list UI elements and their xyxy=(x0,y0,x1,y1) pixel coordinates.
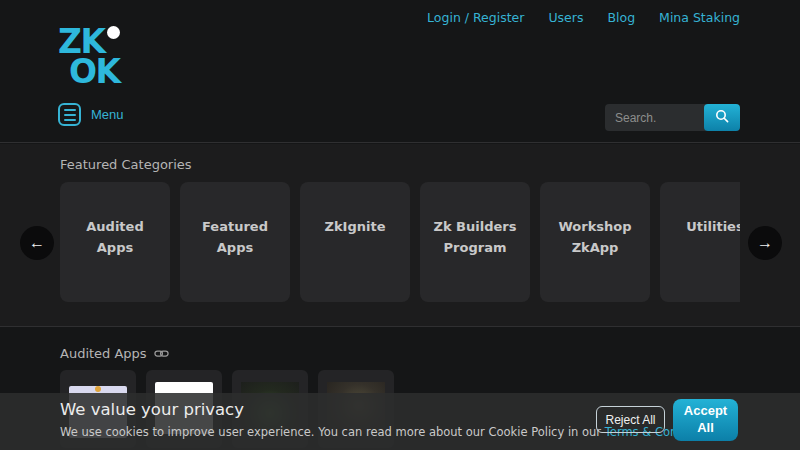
zkok-logo[interactable]: ZK OK xyxy=(58,26,120,88)
cookie-consent-banner: We value your privacy We use cookies to … xyxy=(0,393,800,450)
logo-line-2: OK xyxy=(69,57,120,87)
category-card-zkignite[interactable]: ZkIgnite xyxy=(300,182,410,302)
audited-apps-title-text: Audited Apps xyxy=(60,346,147,361)
arrow-left-icon: ← xyxy=(29,234,45,252)
category-card-zk-builders-program[interactable]: Zk Builders Program xyxy=(420,182,530,302)
category-label: ZkIgnite xyxy=(325,219,386,234)
cookie-text-body: We use cookies to improve user experienc… xyxy=(60,425,605,439)
categories-carousel: Audited Apps Featured Apps ZkIgnite Zk B… xyxy=(60,182,740,302)
accept-label-line1: Accept xyxy=(684,403,727,418)
category-label: Workshop ZkApp xyxy=(558,219,631,255)
nav-blog[interactable]: Blog xyxy=(607,10,635,25)
category-card-utilities[interactable]: Utilities xyxy=(660,182,740,302)
arrow-right-icon: → xyxy=(757,234,773,252)
carousel-next-button[interactable]: → xyxy=(748,226,782,260)
accept-label-line2: All xyxy=(697,420,714,435)
link-icon[interactable] xyxy=(154,349,169,358)
category-card-audited-apps[interactable]: Audited Apps xyxy=(60,182,170,302)
search-bar xyxy=(605,104,740,131)
category-label: Utilities xyxy=(686,219,740,234)
featured-categories-title: Featured Categories xyxy=(60,157,192,172)
category-card-featured-apps[interactable]: Featured Apps xyxy=(180,182,290,302)
category-card-workshop-zkapp[interactable]: Workshop ZkApp xyxy=(540,182,650,302)
nav-users[interactable]: Users xyxy=(548,10,583,25)
category-label: Audited Apps xyxy=(86,219,143,255)
audited-apps-title: Audited Apps xyxy=(60,346,169,361)
category-label: Featured Apps xyxy=(202,219,268,255)
top-nav: Login / Register Users Blog Mina Staking xyxy=(427,10,740,25)
search-input[interactable] xyxy=(605,104,706,131)
search-button[interactable] xyxy=(704,104,740,131)
thumbnail-accent-dot xyxy=(95,386,101,392)
accept-all-button[interactable]: AcceptAll xyxy=(673,399,738,441)
cookie-banner-title: We value your privacy xyxy=(60,400,244,419)
site-header: Login / Register Users Blog Mina Staking… xyxy=(0,0,800,143)
category-label: Zk Builders Program xyxy=(434,219,517,255)
menu-label: Menu xyxy=(91,107,124,122)
nav-mina-staking[interactable]: Mina Staking xyxy=(659,10,740,25)
reject-all-button[interactable]: Reject All xyxy=(596,406,665,433)
featured-categories-section: Featured Categories Audited Apps Feature… xyxy=(0,144,800,327)
menu-button[interactable]: Menu xyxy=(58,103,124,126)
logo-dot xyxy=(107,26,120,39)
carousel-prev-button[interactable]: ← xyxy=(20,226,54,260)
search-icon xyxy=(715,109,729,126)
nav-login-register[interactable]: Login / Register xyxy=(427,10,524,25)
hamburger-icon xyxy=(58,103,81,126)
